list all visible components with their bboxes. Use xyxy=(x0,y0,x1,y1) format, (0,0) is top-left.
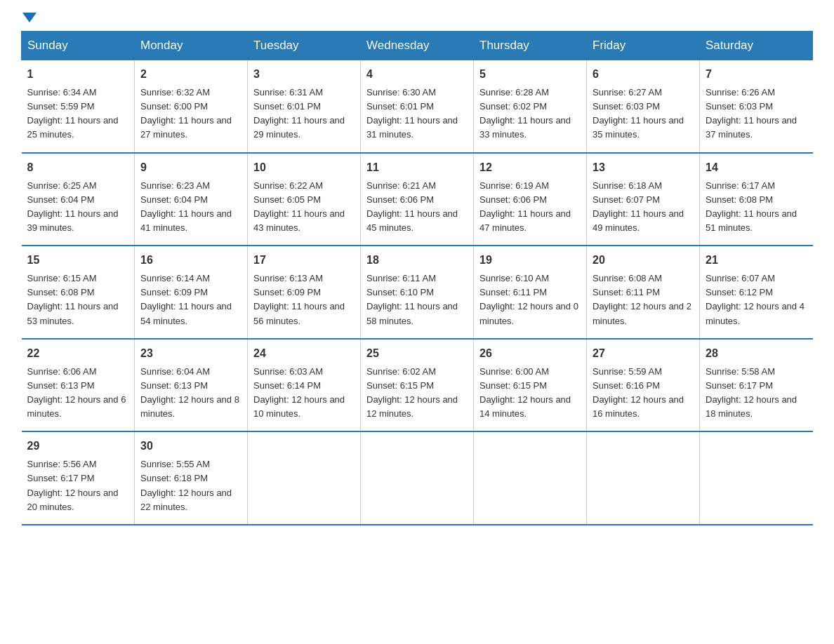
calendar-container: SundayMondayTuesdayWednesdayThursdayFrid… xyxy=(0,31,834,546)
day-cell: 10 Sunrise: 6:22 AMSunset: 6:05 PMDaylig… xyxy=(248,153,361,246)
day-number: 15 xyxy=(27,252,129,269)
cell-info: Sunrise: 6:25 AMSunset: 6:04 PMDaylight:… xyxy=(27,180,119,233)
day-number: 18 xyxy=(366,252,468,269)
day-cell: 24 Sunrise: 6:03 AMSunset: 6:14 PMDaylig… xyxy=(248,339,361,432)
cell-info: Sunrise: 5:59 AMSunset: 6:16 PMDaylight:… xyxy=(593,366,684,419)
day-number: 29 xyxy=(27,438,129,455)
day-cell: 9 Sunrise: 6:23 AMSunset: 6:04 PMDayligh… xyxy=(135,153,248,246)
cell-info: Sunrise: 6:23 AMSunset: 6:04 PMDaylight:… xyxy=(140,180,232,233)
day-cell: 18 Sunrise: 6:11 AMSunset: 6:10 PMDaylig… xyxy=(361,246,474,339)
cell-info: Sunrise: 6:18 AMSunset: 6:07 PMDaylight:… xyxy=(593,180,684,233)
cell-info: Sunrise: 6:22 AMSunset: 6:05 PMDaylight:… xyxy=(253,180,345,233)
cell-info: Sunrise: 6:21 AMSunset: 6:06 PMDaylight:… xyxy=(366,180,458,233)
cell-info: Sunrise: 6:28 AMSunset: 6:02 PMDaylight:… xyxy=(479,87,571,140)
day-number: 9 xyxy=(140,159,241,176)
col-header-friday: Friday xyxy=(587,32,700,60)
day-number: 12 xyxy=(479,159,581,176)
day-number: 10 xyxy=(253,159,355,176)
cell-info: Sunrise: 5:56 AMSunset: 6:17 PMDaylight:… xyxy=(27,459,119,511)
day-number: 8 xyxy=(27,159,129,176)
day-cell: 5 Sunrise: 6:28 AMSunset: 6:02 PMDayligh… xyxy=(474,60,587,153)
cell-info: Sunrise: 6:00 AMSunset: 6:15 PMDaylight:… xyxy=(479,366,571,419)
day-cell: 23 Sunrise: 6:04 AMSunset: 6:13 PMDaylig… xyxy=(135,339,248,432)
week-row-1: 1 Sunrise: 6:34 AMSunset: 5:59 PMDayligh… xyxy=(22,60,813,153)
day-cell xyxy=(474,431,587,525)
day-cell: 6 Sunrise: 6:27 AMSunset: 6:03 PMDayligh… xyxy=(587,60,700,153)
cell-info: Sunrise: 6:04 AMSunset: 6:13 PMDaylight:… xyxy=(140,366,239,419)
cell-info: Sunrise: 6:27 AMSunset: 6:03 PMDaylight:… xyxy=(593,87,684,140)
day-cell: 27 Sunrise: 5:59 AMSunset: 6:16 PMDaylig… xyxy=(587,339,700,432)
day-number: 11 xyxy=(366,159,468,176)
day-number: 14 xyxy=(706,159,807,176)
day-cell: 13 Sunrise: 6:18 AMSunset: 6:07 PMDaylig… xyxy=(587,153,700,246)
cell-info: Sunrise: 6:30 AMSunset: 6:01 PMDaylight:… xyxy=(366,87,458,140)
cell-info: Sunrise: 6:07 AMSunset: 6:12 PMDaylight:… xyxy=(706,273,805,326)
day-cell: 11 Sunrise: 6:21 AMSunset: 6:06 PMDaylig… xyxy=(361,153,474,246)
day-cell: 16 Sunrise: 6:14 AMSunset: 6:09 PMDaylig… xyxy=(135,246,248,339)
day-cell: 19 Sunrise: 6:10 AMSunset: 6:11 PMDaylig… xyxy=(474,246,587,339)
day-cell: 30 Sunrise: 5:55 AMSunset: 6:18 PMDaylig… xyxy=(135,431,248,525)
day-cell xyxy=(587,431,700,525)
logo xyxy=(21,14,37,24)
day-number: 3 xyxy=(253,66,355,83)
cell-info: Sunrise: 6:06 AMSunset: 6:13 PMDaylight:… xyxy=(27,366,126,419)
day-number: 25 xyxy=(366,345,468,362)
day-cell xyxy=(361,431,474,525)
day-number: 1 xyxy=(27,66,129,83)
col-header-monday: Monday xyxy=(135,32,248,60)
day-cell: 7 Sunrise: 6:26 AMSunset: 6:03 PMDayligh… xyxy=(700,60,813,153)
day-cell: 3 Sunrise: 6:31 AMSunset: 6:01 PMDayligh… xyxy=(248,60,361,153)
day-number: 16 xyxy=(140,252,241,269)
cell-info: Sunrise: 6:34 AMSunset: 5:59 PMDaylight:… xyxy=(27,87,119,140)
day-number: 19 xyxy=(479,252,581,269)
day-number: 22 xyxy=(27,345,129,362)
week-row-5: 29 Sunrise: 5:56 AMSunset: 6:17 PMDaylig… xyxy=(22,431,813,525)
week-row-2: 8 Sunrise: 6:25 AMSunset: 6:04 PMDayligh… xyxy=(22,153,813,246)
day-cell: 21 Sunrise: 6:07 AMSunset: 6:12 PMDaylig… xyxy=(700,246,813,339)
col-header-saturday: Saturday xyxy=(700,32,813,60)
cell-info: Sunrise: 6:17 AMSunset: 6:08 PMDaylight:… xyxy=(706,180,797,233)
week-row-3: 15 Sunrise: 6:15 AMSunset: 6:08 PMDaylig… xyxy=(22,246,813,339)
day-number: 7 xyxy=(706,66,807,83)
day-number: 21 xyxy=(706,252,807,269)
day-cell: 25 Sunrise: 6:02 AMSunset: 6:15 PMDaylig… xyxy=(361,339,474,432)
day-number: 2 xyxy=(140,66,241,83)
day-cell xyxy=(700,431,813,525)
col-header-tuesday: Tuesday xyxy=(248,32,361,60)
cell-info: Sunrise: 6:26 AMSunset: 6:03 PMDaylight:… xyxy=(706,87,797,140)
day-cell: 14 Sunrise: 6:17 AMSunset: 6:08 PMDaylig… xyxy=(700,153,813,246)
day-cell: 1 Sunrise: 6:34 AMSunset: 5:59 PMDayligh… xyxy=(22,60,135,153)
day-number: 17 xyxy=(253,252,355,269)
calendar-header: SundayMondayTuesdayWednesdayThursdayFrid… xyxy=(22,32,813,60)
day-cell: 29 Sunrise: 5:56 AMSunset: 6:17 PMDaylig… xyxy=(22,431,135,525)
page-header xyxy=(0,0,834,31)
day-number: 30 xyxy=(140,438,241,455)
day-number: 26 xyxy=(479,345,581,362)
cell-info: Sunrise: 6:14 AMSunset: 6:09 PMDaylight:… xyxy=(140,273,232,326)
day-number: 5 xyxy=(479,66,581,83)
col-header-sunday: Sunday xyxy=(22,32,135,60)
day-cell: 26 Sunrise: 6:00 AMSunset: 6:15 PMDaylig… xyxy=(474,339,587,432)
cell-info: Sunrise: 5:58 AMSunset: 6:17 PMDaylight:… xyxy=(706,366,797,419)
day-number: 6 xyxy=(593,66,694,83)
cell-info: Sunrise: 6:03 AMSunset: 6:14 PMDaylight:… xyxy=(253,366,345,419)
cell-info: Sunrise: 6:10 AMSunset: 6:11 PMDaylight:… xyxy=(479,273,578,326)
day-cell: 22 Sunrise: 6:06 AMSunset: 6:13 PMDaylig… xyxy=(22,339,135,432)
day-number: 13 xyxy=(593,159,694,176)
day-cell: 8 Sunrise: 6:25 AMSunset: 6:04 PMDayligh… xyxy=(22,153,135,246)
day-cell: 17 Sunrise: 6:13 AMSunset: 6:09 PMDaylig… xyxy=(248,246,361,339)
col-header-wednesday: Wednesday xyxy=(361,32,474,60)
cell-info: Sunrise: 6:32 AMSunset: 6:00 PMDaylight:… xyxy=(140,87,232,140)
day-number: 27 xyxy=(593,345,694,362)
day-cell: 15 Sunrise: 6:15 AMSunset: 6:08 PMDaylig… xyxy=(22,246,135,339)
cell-info: Sunrise: 5:55 AMSunset: 6:18 PMDaylight:… xyxy=(140,459,232,511)
cell-info: Sunrise: 6:02 AMSunset: 6:15 PMDaylight:… xyxy=(366,366,458,419)
day-number: 20 xyxy=(593,252,694,269)
calendar-table: SundayMondayTuesdayWednesdayThursdayFrid… xyxy=(21,31,813,525)
cell-info: Sunrise: 6:08 AMSunset: 6:11 PMDaylight:… xyxy=(593,273,691,326)
cell-info: Sunrise: 6:13 AMSunset: 6:09 PMDaylight:… xyxy=(253,273,345,326)
cell-info: Sunrise: 6:15 AMSunset: 6:08 PMDaylight:… xyxy=(27,273,119,326)
cell-info: Sunrise: 6:11 AMSunset: 6:10 PMDaylight:… xyxy=(366,273,458,326)
day-number: 23 xyxy=(140,345,241,362)
day-number: 28 xyxy=(706,345,807,362)
